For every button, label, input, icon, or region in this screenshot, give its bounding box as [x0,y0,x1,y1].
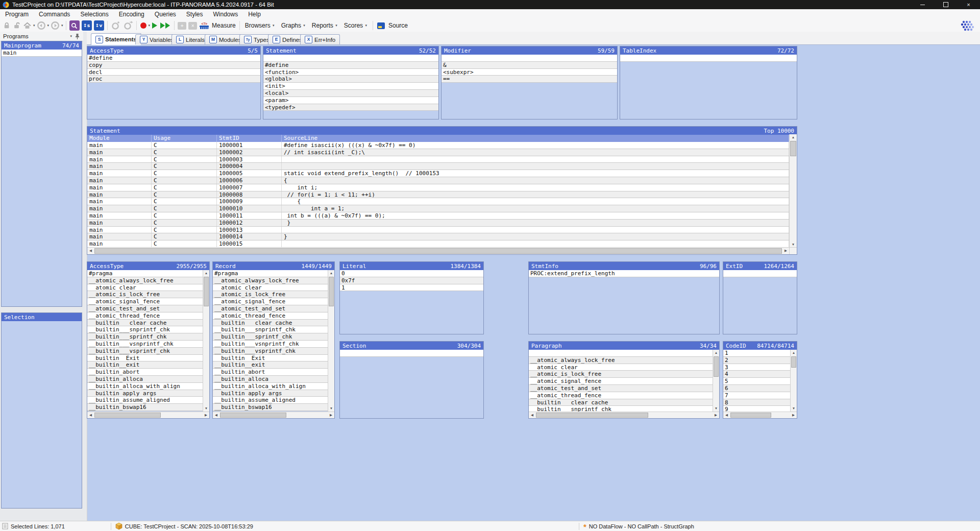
list-item[interactable]: __builtin_bswap16 [213,404,328,411]
list-item[interactable] [723,270,797,277]
list-item[interactable]: __builtin_apply_args [87,390,203,397]
scroll-right-icon[interactable]: ▶ [203,412,209,418]
list-item[interactable]: copy [87,62,260,69]
list-item[interactable]: __atomic_thread_fence [213,312,328,320]
column-module[interactable]: Module [87,135,152,142]
list-item[interactable]: __atomic_thread_fence [87,312,203,320]
list-item[interactable]: __builtin_alloca_with_align [213,383,328,390]
menu-selections[interactable]: Selections [75,9,113,19]
list-item[interactable]: 4 [723,371,790,378]
programs-dropdown-icon[interactable]: ▾ [70,34,72,38]
close-button[interactable]: × [957,0,980,9]
lock-icon[interactable] [3,21,11,30]
list-item[interactable]: __builtin__exit [213,361,328,369]
browsers-dropdown[interactable]: Browsers ▾ [242,20,278,31]
list-item[interactable]: <subexpr> [442,69,617,76]
statement-table-row[interactable]: mainC1000013 [87,227,789,234]
list-item[interactable]: __builtin___sprintf_chk [213,333,328,341]
run-icon[interactable] [152,22,157,29]
list-item[interactable]: __builtin_abort [87,369,203,376]
statement-table-row[interactable]: mainC1000007 int i; [87,184,789,191]
vertical-scrollbar[interactable]: ▲ ▼ [328,270,334,412]
scroll-left-icon[interactable]: ◀ [723,412,730,418]
statement-table-row[interactable]: mainC1000005static void extend_prefix_le… [87,170,789,177]
list-item[interactable]: proc [87,76,260,83]
list-item[interactable]: __builtin___clear_cache [213,320,328,327]
sync-statements-icon[interactable]: ↕s [82,20,92,31]
list-item[interactable]: __atomic_clear [529,364,713,371]
list-item[interactable]: #pragma [213,270,328,277]
list-item[interactable]: PROC:extend_prefix_length [529,270,719,277]
list-item[interactable]: __builtin__exit [87,361,203,369]
list-item[interactable]: __atomic_always_lock_free [213,277,328,284]
list-item[interactable]: __builtin_assume_aligned [87,397,203,404]
refresh-selection-icon[interactable] [111,21,121,30]
list-item[interactable]: #define [263,62,438,69]
menu-encoding[interactable]: Encoding [114,9,150,19]
horizontal-scrollbar[interactable]: ◀ ▶ [87,412,209,418]
list-item[interactable]: & [442,62,617,69]
scores-dropdown[interactable]: Scores ▾ [341,20,371,31]
forward-dropdown-icon[interactable]: ▾ [61,23,63,28]
tab-err-info[interactable]: XErr+Info [300,34,340,44]
list-item[interactable] [529,350,713,357]
statement-table-row[interactable]: mainC1000015 [87,240,789,248]
list-item[interactable]: __builtin__Exit [213,355,328,362]
scroll-right-icon[interactable]: ▶ [328,412,334,418]
list-item[interactable]: __builtin_alloca_with_align [87,383,203,390]
scroll-right-icon[interactable]: ▶ [790,412,797,418]
list-item[interactable]: __builtin___snprintf_chk [87,326,203,333]
vertical-scrollbar[interactable]: ▲ ▼ [790,350,797,412]
run-fast-icon[interactable] [160,22,170,29]
menu-queries[interactable]: Queries [150,9,181,19]
list-item[interactable]: __builtin___vsprintf_chk [87,348,203,355]
statement-table-row[interactable]: mainC1000001#define isascii(x) (((x) & ~… [87,142,789,149]
scroll-left-icon[interactable]: ◀ [87,248,94,254]
record-icon[interactable] [140,22,146,29]
table-horizontal-scrollbar[interactable]: ◀ ▶ [87,247,789,254]
statement-table-row[interactable]: mainC1000003 [87,156,789,163]
scroll-left-icon[interactable]: ◀ [87,412,94,418]
list-item[interactable]: __atomic_test_and_set [87,305,203,312]
menu-styles[interactable]: Styles [181,9,208,19]
menu-commands[interactable]: Commands [34,9,75,19]
list-item[interactable]: 6 [723,385,790,392]
menu-windows[interactable]: Windows [208,9,243,19]
list-item[interactable]: __builtin__Exit [87,355,203,362]
list-item[interactable]: __builtin___clear_cache [87,320,203,327]
list-item[interactable]: __builtin___sprintf_chk [87,333,203,341]
redo-selection-icon[interactable] [123,21,133,30]
list-item[interactable]: __atomic_is_lock_free [529,371,713,378]
list-item[interactable]: 9 [723,406,790,412]
menu-help[interactable]: Help [243,9,266,19]
list-item[interactable]: 1 [723,350,790,357]
statement-table-row[interactable]: mainC1000014} [87,233,789,240]
horizontal-scrollbar[interactable]: ◀ ▶ [213,412,334,418]
column-usage[interactable]: Usage [152,135,217,142]
scroll-down-icon[interactable]: ▼ [203,405,209,412]
scroll-down-icon[interactable]: ▼ [791,405,797,412]
list-item[interactable]: __builtin_assume_aligned [213,397,328,404]
list-item[interactable] [442,55,617,62]
list-item[interactable]: 5 [723,378,790,385]
list-item[interactable]: == [442,76,617,83]
statement-table-row[interactable]: mainC1000008 // for(i = 1; i < 11; ++i) [87,191,789,199]
home-icon[interactable] [23,21,32,30]
vertical-scrollbar[interactable]: ▲ ▼ [713,350,719,412]
list-item[interactable]: __atomic_clear [87,284,203,292]
list-item[interactable]: __builtin_bswap16 [87,404,203,411]
list-item[interactable]: __atomic_test_and_set [213,305,328,312]
list-item[interactable]: __atomic_always_lock_free [529,357,713,364]
list-item[interactable]: #define [87,55,260,62]
list-item[interactable]: __atomic_always_lock_free [87,277,203,284]
scroll-up-icon[interactable]: ▲ [790,134,797,140]
list-item[interactable]: __atomic_signal_fence [87,298,203,305]
list-item[interactable]: __builtin_alloca [87,376,203,383]
statement-table-row[interactable]: mainC1000011 int b = (((a) & ~0x7f) == 0… [87,212,789,220]
list-item[interactable]: #pragma [87,270,203,277]
list-item[interactable]: 0x7f [340,277,483,284]
list-item[interactable]: 2 [723,357,790,364]
list-item[interactable]: __atomic_test_and_set [529,385,713,392]
scroll-up-icon[interactable]: ▲ [791,350,797,356]
measure-button[interactable]: Measure [212,22,236,29]
